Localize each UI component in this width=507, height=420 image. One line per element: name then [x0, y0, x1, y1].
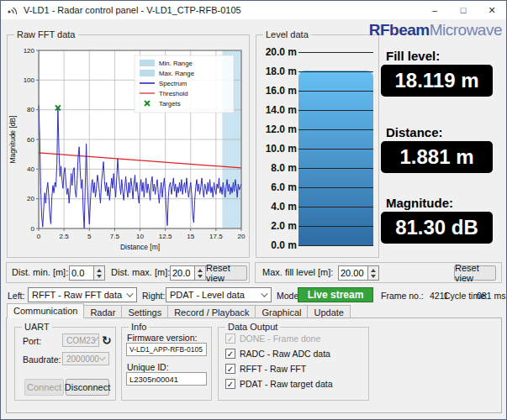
level-tank: 20.0 m18.0 m16.0 m14.0 m12.0 m10.0 m8.0 …: [260, 40, 375, 254]
checkbox-icon: ✓: [225, 333, 235, 344]
spin-down-icon[interactable]: [371, 275, 376, 278]
dist-max-stepper[interactable]: [170, 265, 206, 281]
fft-panel-title: Raw FFT data: [14, 29, 78, 39]
svg-text:10: 10: [136, 233, 144, 240]
svg-text:0: 0: [31, 225, 35, 233]
minimize-icon[interactable]: –: [420, 1, 449, 19]
chevron-down-icon: [261, 290, 267, 297]
checkbox-radc-raw-adc[interactable]: ✓ RADC - Raw ADC data: [225, 348, 330, 360]
tank-tick-line: [298, 245, 373, 246]
dist-max-label: Dist. max. [m]:: [111, 267, 170, 277]
svg-text:0: 0: [37, 233, 41, 240]
tank-tick-label: 6.0 m: [260, 182, 297, 192]
dist-min-input[interactable]: [69, 265, 94, 281]
tab-record-playback[interactable]: Record / Playback: [167, 305, 256, 318]
tank-tick-label: 0.0 m: [260, 240, 297, 250]
dist-min-stepper[interactable]: [69, 265, 105, 281]
left-channel-select[interactable]: RFFT - Raw FFT data: [28, 287, 137, 302]
connect-button[interactable]: Connect: [24, 379, 64, 396]
max-fill-input[interactable]: [338, 265, 368, 281]
level-reset-view-button[interactable]: Reset view: [454, 265, 496, 281]
app-window: V-LD1 - Radar control panel - V-LD1_CTP-…: [0, 0, 507, 420]
tank-tick-label: 20.0 m: [260, 47, 297, 57]
tab-graphical[interactable]: Graphical: [255, 305, 308, 318]
fft-reset-view-button[interactable]: Reset view: [205, 265, 247, 281]
port-select[interactable]: COM23: [62, 333, 99, 347]
checkbox-done-frame-done[interactable]: ✓ DONE - Frame done: [225, 333, 320, 344]
unique-id-field[interactable]: L2305n00041: [126, 372, 207, 386]
level-panel-title: Level data: [263, 29, 311, 39]
tank-tick-line: [298, 110, 373, 111]
spin-down-icon[interactable]: [97, 275, 102, 278]
tab-radar[interactable]: Radar: [83, 305, 122, 318]
disconnect-button[interactable]: Disconnect: [66, 379, 109, 396]
svg-text:120: 120: [24, 47, 35, 55]
svg-text:Max. Range: Max. Range: [159, 70, 194, 77]
frame-no-label: Frame no.:: [381, 291, 424, 301]
max-fill-label: Max. fill level [m]:: [262, 267, 333, 277]
right-channel-select[interactable]: PDAT - Level data: [166, 287, 272, 302]
chevron-down-icon: [99, 354, 106, 361]
tank-tick-line: [298, 226, 373, 227]
max-fill-stepper[interactable]: [338, 265, 379, 281]
tank-tick-label: 16.0 m: [260, 86, 297, 96]
spin-up-icon[interactable]: [198, 269, 203, 272]
uart-panel: UART Port: COM23 ↻ Baudrate: 2000000 Con…: [14, 327, 116, 401]
svg-text:7.5: 7.5: [110, 233, 120, 240]
tab-settings[interactable]: Settings: [121, 305, 168, 318]
tank-tick-line: [298, 129, 373, 130]
port-label: Port:: [23, 336, 41, 346]
port-value: COM23: [66, 336, 95, 345]
magnitude-value: 81.30 dB: [381, 212, 493, 244]
tab-update[interactable]: Update: [307, 305, 350, 318]
uart-panel-title: UART: [22, 322, 52, 332]
refresh-ports-icon[interactable]: ↻: [102, 334, 112, 346]
tank-tick-line: [298, 71, 373, 72]
baudrate-select[interactable]: 2000000: [62, 352, 109, 365]
mode-live-stream-badge: Live stream: [298, 287, 373, 302]
svg-text:Magnitude [dB]: Magnitude [dB]: [8, 115, 17, 163]
svg-text:2.5: 2.5: [60, 233, 70, 240]
svg-text:Min. Range: Min. Range: [159, 60, 193, 67]
distance-label: Distance:: [386, 125, 443, 139]
left-channel-value: RFFT - Raw FFT data: [32, 290, 122, 300]
tank-tick-label: 8.0 m: [260, 163, 297, 173]
checkbox-label: DONE - Frame done: [240, 333, 320, 344]
fill-level-label: Fill level:: [386, 49, 440, 63]
tank-tick-label: 18.0 m: [260, 66, 297, 76]
close-icon[interactable]: ✕: [478, 1, 506, 19]
tank-tick-line: [298, 187, 373, 188]
tab-bar: Communication Radar Settings Record / Pl…: [7, 303, 350, 318]
svg-text:Threshold: Threshold: [159, 90, 188, 97]
dist-max-input[interactable]: [170, 265, 195, 281]
chevron-down-icon: [126, 290, 133, 297]
firmware-version-label: Firmware version:: [127, 333, 197, 343]
svg-text:12.5: 12.5: [159, 233, 172, 240]
chevron-down-icon: [95, 337, 99, 341]
dist-min-label: Dist. min. [m]:: [12, 267, 68, 277]
checkbox-label: RFFT - Raw FFT: [240, 364, 306, 374]
tank-tick-label: 10.0 m: [260, 144, 297, 154]
fft-chart[interactable]: 02.557.51012.51517.520020406080100120Dis…: [8, 40, 248, 255]
checkbox-icon: ✓: [225, 349, 235, 359]
rfbeam-logo: RFbeamMicrowave: [367, 21, 502, 39]
svg-text:5: 5: [87, 233, 92, 240]
checkbox-pdat-raw-target[interactable]: ✓ PDAT - Raw target data: [225, 378, 333, 390]
unique-id-label: Unique ID:: [127, 362, 169, 372]
tank-tick-label: 12.0 m: [260, 124, 297, 134]
tab-communication[interactable]: Communication: [7, 303, 84, 318]
tank-tick-line: [298, 168, 373, 169]
checkbox-rfft-raw-fft[interactable]: ✓ RFFT - Raw FFT: [225, 363, 306, 375]
left-channel-label: Left:: [8, 291, 24, 301]
maximize-icon[interactable]: □: [449, 1, 478, 19]
spin-up-icon[interactable]: [97, 269, 102, 272]
spin-up-icon[interactable]: [371, 269, 376, 272]
svg-text:Targets: Targets: [159, 100, 181, 108]
cycle-time-value: 081 ms: [477, 291, 505, 301]
firmware-version-field[interactable]: V-LD1_APP-RFB-0105: [126, 343, 207, 356]
checkbox-icon: ✓: [225, 364, 235, 374]
logo-microwave: Microwave: [430, 21, 502, 39]
spin-down-icon[interactable]: [198, 275, 203, 278]
distance-value: 1.881 m: [381, 141, 493, 173]
svg-text:20: 20: [27, 195, 34, 202]
